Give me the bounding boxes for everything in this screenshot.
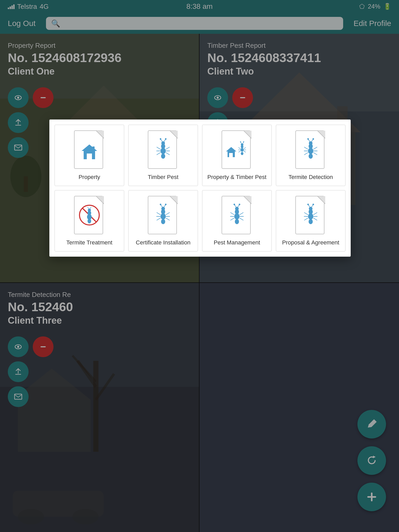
svg-point-156 (307, 204, 309, 205)
svg-point-73 (241, 152, 243, 155)
svg-point-139 (234, 204, 235, 205)
svg-point-118 (161, 219, 165, 224)
svg-point-134 (234, 213, 240, 220)
svg-point-117 (161, 213, 166, 220)
modal-label-property: Property (78, 174, 100, 181)
modal-item-property[interactable]: Property (55, 125, 124, 186)
svg-rect-70 (229, 153, 233, 157)
modal-label-certificate-installation: Certificate Installation (136, 239, 190, 246)
property-timber-pest-doc-icon (221, 130, 252, 169)
svg-point-54 (161, 141, 165, 145)
timber-pest-doc-icon (148, 130, 179, 169)
certificate-installation-doc-icon (148, 196, 179, 235)
modal-label-timber-pest: Timber Pest (148, 174, 178, 181)
termite-treatment-doc-icon (74, 196, 105, 235)
modal-overlay[interactable] (0, 0, 399, 532)
pest-management-doc-icon (221, 196, 252, 235)
modal-item-termite-treatment[interactable]: Termite Treatment (55, 190, 124, 251)
svg-point-57 (160, 138, 161, 140)
svg-point-152 (309, 219, 313, 224)
modal-grid: Property (55, 125, 345, 251)
svg-point-52 (161, 148, 166, 154)
svg-point-95 (312, 138, 314, 140)
modal-item-proposal-agreement[interactable]: Proposal & Agreement (276, 190, 345, 251)
svg-point-153 (309, 207, 312, 210)
svg-point-74 (241, 143, 243, 146)
modal-label-termite-detection: Termite Detection (288, 174, 333, 181)
modal-item-termite-detection[interactable]: Termite Detection (276, 125, 345, 186)
svg-point-123 (165, 204, 167, 205)
svg-point-119 (161, 207, 165, 210)
svg-point-135 (235, 219, 239, 224)
svg-rect-47 (92, 147, 95, 150)
proposal-agreement-doc-icon (295, 196, 326, 235)
modal-label-pest-management: Pest Management (214, 239, 260, 246)
svg-point-151 (308, 213, 313, 220)
modal-label-proposal-agreement: Proposal & Agreement (282, 239, 339, 246)
svg-point-78 (243, 141, 244, 142)
svg-point-140 (239, 204, 240, 205)
modal-label-property-timber-pest: Property & Timber Pest (207, 174, 266, 181)
property-doc-icon (74, 130, 105, 169)
svg-point-157 (312, 204, 314, 205)
modal-item-certificate-installation[interactable]: Certificate Installation (128, 190, 198, 251)
svg-point-72 (241, 148, 244, 152)
modal-item-timber-pest[interactable]: Timber Pest (128, 125, 198, 186)
svg-rect-65 (222, 131, 250, 169)
svg-point-94 (307, 138, 309, 140)
svg-point-110 (88, 209, 91, 212)
svg-point-58 (165, 138, 167, 140)
modal-label-termite-treatment: Termite Treatment (66, 239, 112, 246)
svg-point-109 (88, 219, 91, 223)
modal-item-property-timber-pest[interactable]: Property & Timber Pest (202, 125, 272, 186)
termite-detection-doc-icon (295, 130, 326, 169)
modal-item-pest-management[interactable]: Pest Management (202, 190, 272, 251)
svg-rect-46 (87, 154, 92, 159)
svg-point-77 (240, 141, 241, 142)
svg-point-136 (235, 207, 239, 210)
svg-point-122 (160, 204, 161, 205)
svg-point-89 (308, 148, 313, 154)
report-type-modal: Property (49, 119, 351, 257)
svg-point-91 (309, 141, 312, 145)
svg-point-90 (309, 154, 313, 159)
svg-point-53 (161, 154, 165, 159)
